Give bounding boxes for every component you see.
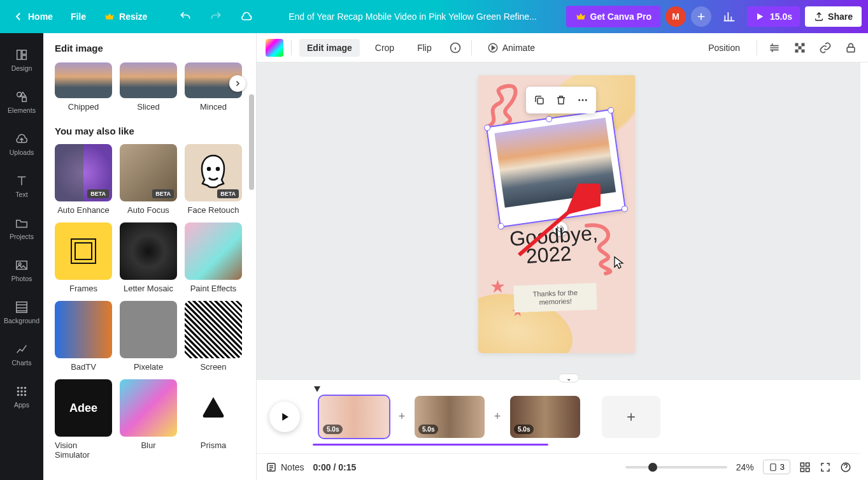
effect-chipped[interactable] — [55, 62, 112, 98]
rail-charts[interactable]: Charts — [0, 334, 43, 375]
script-text[interactable]: Goodbye, 2022 — [509, 224, 599, 266]
effect-screen[interactable] — [185, 301, 242, 358]
resize-handle[interactable] — [497, 222, 504, 229]
present-button[interactable]: 15.0s — [747, 6, 800, 27]
svg-point-32 — [585, 99, 587, 101]
rail-text[interactable]: Text — [0, 166, 43, 207]
effect-vision-simulator[interactable]: Adee — [55, 379, 112, 437]
svg-rect-20 — [75, 243, 92, 259]
effects-grid: BETAAuto Enhance BETAAuto Focus BETAFace… — [55, 144, 245, 460]
selected-image[interactable] — [486, 109, 626, 228]
crop-button[interactable]: Crop — [367, 39, 402, 57]
transparency-icon[interactable] — [792, 40, 808, 56]
notes-button[interactable]: Notes — [266, 462, 304, 473]
canvas-area[interactable]: ★ ★ Goodbye, 2022 Thanks for the memorie… — [257, 62, 860, 379]
svg-point-14 — [17, 394, 20, 396]
svg-point-31 — [582, 99, 584, 101]
edit-image-panel: Edit image Chipped Sliced Minced You may… — [43, 33, 257, 480]
insights-button[interactable] — [716, 6, 742, 27]
timeline-clip[interactable]: 5.0s — [415, 396, 485, 438]
delete-button[interactable] — [551, 91, 571, 110]
photo-content — [494, 117, 616, 207]
rail-elements[interactable]: Elements — [0, 82, 43, 122]
edit-image-button[interactable]: Edit image — [299, 39, 360, 57]
grid-view-button[interactable] — [799, 462, 811, 473]
add-page-button[interactable]: + — [602, 396, 660, 438]
svg-rect-38 — [800, 468, 804, 471]
resize-handle[interactable] — [621, 205, 628, 212]
duplicate-button[interactable] — [530, 91, 549, 110]
add-transition-button[interactable]: + — [491, 410, 504, 423]
svg-rect-28 — [847, 47, 855, 52]
link-icon[interactable] — [817, 40, 834, 56]
page-indicator[interactable]: 3 — [763, 460, 790, 474]
position-button[interactable]: Position — [701, 39, 748, 57]
svg-point-9 — [20, 387, 23, 389]
timeline-clip[interactable]: 5.0s — [510, 396, 580, 438]
file-menu[interactable]: File — [64, 8, 92, 25]
rail-design[interactable]: Design — [0, 40, 43, 80]
effect-frames[interactable] — [55, 222, 112, 280]
play-button[interactable] — [269, 402, 300, 432]
zoom-slider[interactable] — [625, 466, 727, 469]
add-transition-button[interactable]: + — [395, 410, 408, 423]
effect-letter-mosaic[interactable] — [120, 222, 177, 280]
flip-button[interactable]: Flip — [409, 39, 439, 57]
timeline-collapse-button[interactable]: ⌄ — [559, 374, 579, 382]
effect-paint-effects[interactable] — [185, 222, 242, 280]
redo-button[interactable] — [203, 6, 229, 27]
section-heading: You may also like — [55, 126, 245, 136]
zoom-value[interactable]: 24% — [736, 462, 754, 472]
info-icon[interactable] — [447, 40, 464, 56]
fullscreen-button[interactable] — [820, 462, 831, 473]
svg-rect-36 — [800, 463, 804, 466]
effect-prisma[interactable] — [185, 379, 242, 437]
tape-text[interactable]: Thanks for the memories! — [513, 283, 597, 313]
svg-rect-25 — [802, 43, 805, 46]
svg-rect-24 — [799, 46, 802, 49]
color-swatch[interactable] — [266, 39, 283, 57]
avatar[interactable]: M — [665, 6, 686, 27]
effect-face-retouch[interactable]: BETA — [185, 144, 242, 201]
invite-button[interactable] — [691, 6, 711, 27]
resize-handle[interactable] — [483, 124, 490, 131]
zoom-knob[interactable] — [648, 463, 657, 472]
help-button[interactable] — [840, 462, 851, 473]
share-button[interactable]: Share — [805, 6, 862, 27]
home-button[interactable]: Home — [6, 7, 59, 26]
svg-point-17 — [208, 168, 210, 170]
animate-button[interactable]: Animate — [480, 38, 543, 57]
svg-rect-26 — [795, 49, 799, 52]
more-button[interactable] — [573, 91, 592, 110]
resize-handle[interactable] — [545, 115, 552, 122]
audio-track[interactable] — [313, 444, 548, 446]
rail-apps[interactable]: Apps — [0, 376, 43, 417]
nudge-icon[interactable] — [766, 40, 783, 56]
svg-rect-27 — [802, 49, 805, 52]
canvas-page[interactable]: ★ ★ Goodbye, 2022 Thanks for the memorie… — [478, 75, 635, 353]
strip-next-button[interactable] — [229, 75, 246, 92]
undo-button[interactable] — [173, 6, 198, 27]
top-bar: Home File Resize End of Year Recap Mobil… — [0, 0, 868, 33]
cloud-sync-icon[interactable] — [234, 6, 259, 27]
get-pro-button[interactable]: Get Canva Pro — [566, 6, 660, 27]
lock-icon[interactable] — [843, 40, 859, 56]
svg-point-16 — [24, 394, 27, 396]
panel-scrollbar[interactable] — [249, 94, 254, 190]
timeline: ⌄ 5.0s + 5.0s + 5.0s + — [257, 379, 860, 453]
document-title[interactable]: End of Year Recap Mobile Video in Pink Y… — [264, 11, 560, 22]
effect-blur[interactable] — [120, 379, 177, 437]
effect-badtv[interactable] — [55, 301, 112, 358]
effect-auto-enhance[interactable]: BETA — [55, 144, 112, 201]
rail-projects[interactable]: Projects — [0, 208, 43, 249]
playhead[interactable] — [313, 386, 322, 395]
rail-background[interactable]: Background — [0, 292, 43, 333]
crown-icon — [575, 11, 587, 22]
timeline-clip[interactable]: 5.0s — [319, 396, 389, 438]
effect-sliced[interactable] — [120, 62, 177, 98]
resize-button[interactable]: Resize — [97, 7, 153, 26]
effect-pixelate[interactable] — [120, 301, 177, 358]
rail-photos[interactable]: Photos — [0, 250, 43, 291]
rail-uploads[interactable]: Uploads — [0, 124, 43, 164]
effect-auto-focus[interactable]: BETA — [120, 144, 177, 201]
